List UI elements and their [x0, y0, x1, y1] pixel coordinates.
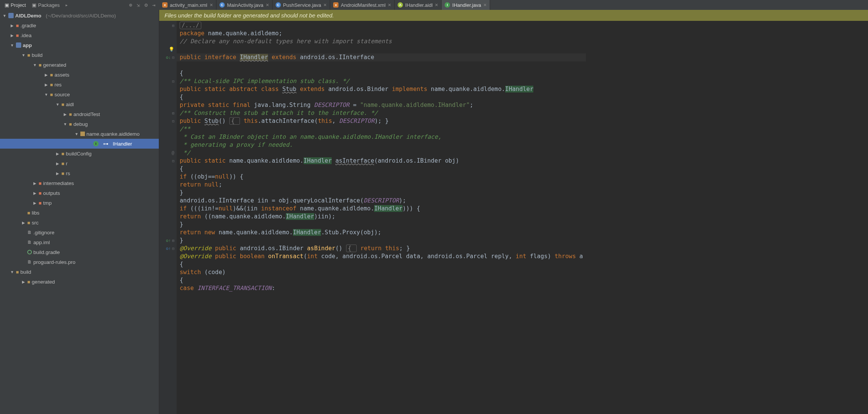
close-icon[interactable]: ✕: [210, 3, 213, 8]
tree-item-proguard[interactable]: 🗎proguard-rules.pro: [0, 257, 159, 267]
tree-item-generated2[interactable]: ▶■generated: [0, 277, 159, 287]
close-icon[interactable]: ✕: [483, 3, 487, 8]
editor-tab[interactable]: CMainActivity.java✕: [216, 0, 273, 10]
tree-item-gitignore[interactable]: 🗎.gitignore: [0, 227, 159, 237]
tree-item-generated[interactable]: ▼■generated: [0, 60, 159, 70]
fold-icon[interactable]: ⊟: [172, 159, 174, 163]
tree-item-appiml[interactable]: 🗎app.iml: [0, 237, 159, 247]
tree-item-idea[interactable]: ▶■.idea: [0, 30, 159, 40]
tree-label: name.quanke.aidldemo: [86, 131, 139, 137]
tree-item-buildConfig[interactable]: ▶■buildConfig: [0, 149, 159, 158]
tree-item-res[interactable]: ▶■res: [0, 80, 159, 89]
at-icon: @: [172, 151, 174, 156]
tree-item-src[interactable]: ▶■src: [0, 218, 159, 227]
close-icon[interactable]: ✕: [323, 3, 327, 8]
tree-item-tmp[interactable]: ▶■tmp: [0, 198, 159, 208]
editor-tab[interactable]: xAndroidManifest.xml✕: [330, 0, 395, 10]
tree-label: rs: [66, 171, 70, 176]
tree-item-build[interactable]: ▼■build: [0, 50, 159, 60]
fold-icon[interactable]: ⊞: [172, 111, 174, 116]
tree-item-ihandler[interactable]: I ⊶ IHandler: [0, 139, 159, 149]
folder-icon: ■: [50, 82, 53, 88]
tree-item-aidl[interactable]: ▼■aidl: [0, 99, 159, 109]
target-icon[interactable]: ⊕: [127, 2, 133, 8]
file-icon: 🗎: [27, 240, 32, 245]
editor-tab-label: MainActivity.java: [227, 2, 263, 8]
override-up-icon[interactable]: o↑: [166, 246, 171, 251]
folder-icon: ■: [27, 52, 30, 58]
tree-item-pkg[interactable]: ▼name.quanke.aidldemo: [0, 129, 159, 139]
editor-tab-label: IHandler.java: [452, 2, 481, 8]
project-view-tab[interactable]: ▣ Project: [2, 2, 28, 9]
folder-icon: ■: [39, 200, 42, 206]
bulb-icon[interactable]: 💡: [169, 47, 174, 52]
settings-icon[interactable]: ⚙: [143, 2, 149, 8]
editor-tab[interactable]: CPushService.java✕: [273, 0, 330, 10]
fold-icon[interactable]: ⊟: [172, 246, 174, 251]
close-icon[interactable]: ✕: [388, 3, 391, 8]
editor-tab[interactable]: xactivity_main.xml✕: [159, 0, 216, 10]
close-icon[interactable]: ✕: [435, 3, 438, 8]
tree-item-intermediates[interactable]: ▶■intermediates: [0, 178, 159, 188]
gutter[interactable]: ⊞ 💡 o↓⊟ ⊟ ⊞ ⊟ @ ⊟: [159, 21, 177, 414]
tree-label: .idea: [20, 33, 31, 38]
generated-file-banner: Files under the build folder are generat…: [159, 10, 868, 21]
packages-view-tab[interactable]: ▣ Packages: [30, 2, 62, 9]
tree-label: src: [32, 220, 39, 226]
editor-tab-label: PushService.java: [283, 2, 321, 8]
fold-icon[interactable]: ⊞: [172, 238, 174, 243]
folder-icon: ■: [61, 151, 64, 157]
tree-item-gradle[interactable]: ▶■.gradle: [0, 20, 159, 30]
project-tree[interactable]: ▼AIDLDemo (~/Dev/android/src/AIDLDemo) ▶…: [0, 10, 159, 414]
code-editor[interactable]: /.../ package name.quanke.aidldemo; // D…: [177, 21, 583, 414]
editor-tabs: xactivity_main.xml✕CMainActivity.java✕CP…: [159, 0, 868, 10]
tree-item-libs[interactable]: ■libs: [0, 208, 159, 218]
tree-item-buildgradle[interactable]: build.gradle: [0, 247, 159, 257]
hide-icon[interactable]: ⇥: [151, 2, 157, 8]
xml-file-icon: x: [333, 2, 338, 8]
close-icon[interactable]: ✕: [266, 3, 269, 8]
folder-icon: ■: [16, 23, 19, 28]
aidl-file-icon: A: [398, 2, 403, 8]
tree-item-build2[interactable]: ▼■build: [0, 267, 159, 277]
editor-tab[interactable]: AIHandler.aidl✕: [395, 0, 442, 10]
fold-region[interactable]: /.../: [180, 22, 201, 29]
tree-item-source[interactable]: ▼■source: [0, 89, 159, 99]
tree-label: AIDLDemo: [15, 13, 41, 19]
tree-label: build: [20, 269, 31, 275]
tree-item-assets[interactable]: ▶■assets: [0, 70, 159, 80]
tree-item-outputs[interactable]: ▶■outputs: [0, 188, 159, 198]
tree-label: assets: [55, 72, 69, 78]
gradle-icon: [27, 250, 32, 254]
override-up-icon[interactable]: o↑: [166, 238, 171, 243]
tree-path: (~/Dev/android/src/AIDLDemo): [46, 13, 116, 19]
collapse-icon[interactable]: ⇲: [135, 2, 141, 8]
layout-icon: ▣: [5, 2, 9, 8]
tree-root[interactable]: ▼AIDLDemo (~/Dev/android/src/AIDLDemo): [0, 11, 159, 20]
folder-icon: ■: [69, 121, 72, 127]
java-file-icon: C: [219, 2, 225, 8]
tree-item-debug[interactable]: ▼■debug: [0, 119, 159, 129]
tree-item-rs[interactable]: ▶■rs: [0, 168, 159, 178]
folder-icon: ■: [61, 171, 64, 176]
tree-item-app[interactable]: ▼app: [0, 40, 159, 50]
project-view-label: Project: [11, 2, 26, 8]
tree-item-r[interactable]: ▶■r: [0, 158, 159, 168]
expand-icon[interactable]: ▸: [64, 2, 70, 8]
folder-icon: ■: [27, 210, 30, 216]
editor-tab-label: AndroidManifest.xml: [341, 2, 385, 8]
fold-icon[interactable]: ⊞: [172, 24, 174, 28]
editor-area: Files under the build folder are generat…: [159, 10, 868, 414]
fold-icon[interactable]: ⊟: [172, 55, 174, 60]
fold-icon[interactable]: ⊟: [172, 79, 174, 84]
module-icon: [16, 42, 21, 48]
fold-icon[interactable]: ⊟: [172, 119, 174, 124]
tree-label: source: [55, 92, 70, 97]
tree-label: androidTest: [74, 111, 100, 117]
folder-icon: ■: [27, 220, 30, 226]
editor-tab[interactable]: IIHandler.java✕: [442, 0, 490, 10]
implements-icon[interactable]: o↓: [166, 55, 171, 60]
folder-icon: ■: [50, 92, 53, 97]
folder-icon: ■: [39, 190, 42, 196]
tree-item-androidTest[interactable]: ▶■androidTest: [0, 109, 159, 119]
